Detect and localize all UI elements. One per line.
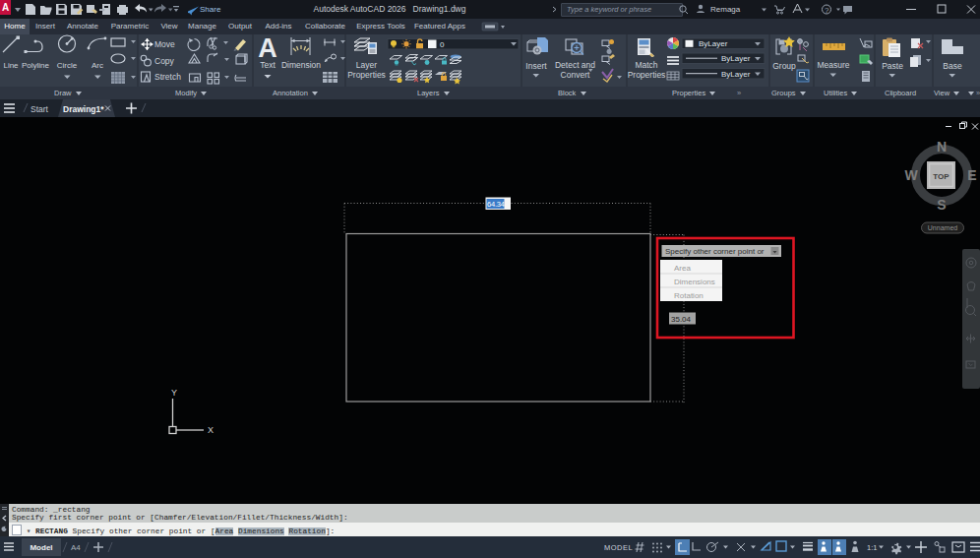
svg-text:Specify other corner point or: Specify other corner point or [665,247,765,256]
svg-text:1:1: 1:1 [867,543,877,552]
svg-text:Model: Model [30,543,52,552]
svg-text:Rotation: Rotation [674,291,704,300]
svg-text:A4: A4 [71,543,81,552]
svg-text:X: X [208,425,214,435]
svg-text:TOP: TOP [933,172,949,181]
svg-text:MODEL: MODEL [604,543,633,552]
svg-text:0: 0 [440,40,445,49]
svg-text:Unnamed: Unnamed [928,224,957,231]
svg-text:ByLayer: ByLayer [699,39,728,48]
svg-text:ByLayer: ByLayer [721,54,751,63]
svg-text:E: E [967,167,976,183]
svg-text:A: A [258,34,277,63]
svg-text:Drawing1*: Drawing1* [63,104,104,114]
svg-text:?: ? [825,6,829,15]
svg-text:ByLayer: ByLayer [721,70,751,79]
svg-text:Area: Area [674,264,691,273]
svg-text:Y: Y [171,388,177,398]
svg-text:S: S [937,197,946,213]
svg-text:Start: Start [31,104,49,114]
svg-text:W: W [904,167,918,183]
svg-text:N: N [937,139,947,155]
svg-text:35.04: 35.04 [671,315,692,324]
svg-text:64.34: 64.34 [487,200,505,209]
svg-text:Dimensions: Dimensions [674,278,715,286]
